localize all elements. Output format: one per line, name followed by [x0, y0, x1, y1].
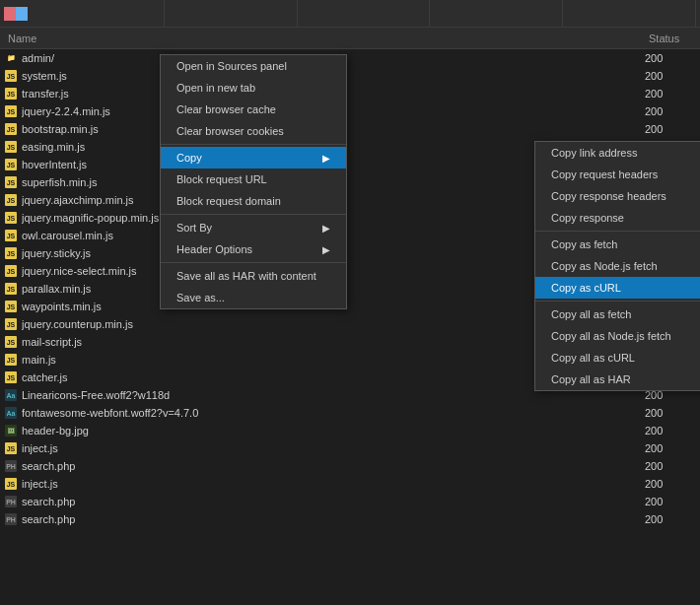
context-menu-wrapper: Open in Sources panelOpen in new tabClea… [160, 54, 347, 309]
js-icon: JS [5, 70, 17, 82]
file-type-icon: JS [4, 122, 18, 136]
menu-item-label: Block request domain [176, 195, 281, 207]
copy-menu-item-copy-as-fetch[interactable]: Copy as fetch [535, 234, 700, 255]
file-type-icon: JS [4, 317, 18, 331]
table-row[interactable]: 📁 admin/ 200 [0, 49, 700, 67]
menu-item-open-in-sources-panel[interactable]: Open in Sources panel [161, 55, 346, 77]
table-row[interactable]: PH search.php 200 [0, 457, 700, 475]
table-row[interactable]: JS bootstrap.min.js 200 [0, 120, 700, 138]
timeline-segment-2 [165, 0, 298, 28]
file-name: search.php [22, 496, 637, 507]
menu-item-save-all-as-har-with-content[interactable]: Save all as HAR with content [161, 265, 346, 287]
menu-item-sort-by[interactable]: Sort By▶ [161, 217, 346, 238]
copy-menu-item-copy-all-as-har[interactable]: Copy all as HAR [535, 369, 700, 390]
font-icon: Aa [5, 389, 17, 401]
table-row[interactable]: 🖼 header-bg.jpg 200 [0, 422, 700, 439]
js-icon: JS [5, 354, 17, 366]
js-icon: JS [5, 336, 17, 348]
copy-menu-item-copy-request-headers[interactable]: Copy request headers [535, 164, 700, 185]
file-status: 200 [637, 478, 696, 490]
menu-item-block-request-domain[interactable]: Block request domain [161, 190, 346, 212]
menu-item-label: Open in Sources panel [176, 60, 287, 72]
js-icon: JS [5, 159, 17, 170]
js-icon: JS [5, 141, 17, 153]
menu-item-save-as...[interactable]: Save as... [161, 287, 346, 308]
table-row[interactable]: JS system.js 200 [0, 67, 700, 85]
copy-menu-item-copy-all-as-curl[interactable]: Copy all as cURL [535, 347, 700, 369]
file-type-icon: JS [4, 87, 18, 101]
file-type-icon: Aa [4, 406, 18, 420]
js-icon: JS [5, 265, 17, 277]
menu-item-open-in-new-tab[interactable]: Open in new tab [161, 77, 346, 99]
menu-item-label: Copy [176, 152, 202, 164]
timeline-segment-4 [430, 0, 563, 28]
file-type-icon: JS [4, 246, 18, 260]
file-status: 200 [637, 442, 696, 454]
table-row[interactable]: JS inject.js 200 [0, 475, 700, 493]
copy-menu-item-label: Copy all as HAR [551, 373, 631, 385]
menu-item-label: Save all as HAR with content [176, 270, 316, 282]
copy-menu-item-copy-all-as-node.js-fetch[interactable]: Copy all as Node.js fetch [535, 325, 700, 347]
header-name: Name [0, 33, 641, 44]
file-type-icon: PH [4, 512, 18, 526]
file-status: 200 [637, 460, 696, 472]
file-type-icon: Aa [4, 388, 18, 402]
copy-submenu-separator [535, 231, 700, 232]
file-type-icon: JS [4, 353, 18, 367]
js-icon: JS [5, 88, 17, 100]
menu-item-header-options[interactable]: Header Options▶ [161, 238, 346, 260]
table-row[interactable]: JS transfer.js 200 [0, 85, 700, 102]
file-type-icon: JS [4, 104, 18, 118]
copy-menu-item-copy-link-address[interactable]: Copy link address [535, 142, 700, 164]
js-icon: JS [5, 194, 17, 206]
copy-menu-item-copy-all-as-fetch[interactable]: Copy all as fetch [535, 303, 700, 325]
copy-menu-item-copy-as-node.js-fetch[interactable]: Copy as Node.js fetch [535, 255, 700, 277]
menu-item-block-request-url[interactable]: Block request URL [161, 168, 346, 190]
copy-menu-item-copy-as-curl[interactable]: Copy as cURL [535, 277, 700, 299]
header-status: Status [641, 33, 700, 44]
table-row[interactable]: JS inject.js 200 [0, 439, 700, 457]
timeline-segment-5 [563, 0, 696, 28]
menu-item-label: Clear browser cache [176, 103, 276, 115]
table-row[interactable]: PH search.php 200 [0, 493, 700, 510]
file-type-icon: JS [4, 211, 18, 225]
file-name: search.php [22, 460, 637, 472]
table-row[interactable]: Aa fontawesome-webfont.woff2?v=4.7.0 200 [0, 404, 700, 422]
js-icon: JS [5, 176, 17, 188]
file-status: 200 [637, 52, 696, 64]
copy-menu-item-label: Copy link address [551, 147, 637, 159]
copy-menu-item-label: Copy response [551, 212, 624, 224]
js-icon: JS [5, 442, 17, 454]
file-status: 200 [637, 105, 696, 117]
menu-item-label: Clear browser cookies [176, 125, 284, 137]
file-status: 200 [637, 123, 696, 135]
copy-menu-item-label: Copy as Node.js fetch [551, 260, 658, 272]
js-icon: JS [5, 301, 17, 312]
copy-menu-item-label: Copy as cURL [551, 282, 621, 294]
copy-menu-item-copy-response-headers[interactable]: Copy response headers [535, 185, 700, 207]
table-row[interactable]: JS jquery-2.2.4.min.js 200 [0, 102, 700, 120]
copy-submenu[interactable]: Copy link addressCopy request headersCop… [534, 141, 700, 391]
file-type-icon: JS [4, 264, 18, 278]
js-icon: JS [5, 123, 17, 135]
php-icon: PH [5, 496, 17, 507]
menu-item-clear-browser-cookies[interactable]: Clear browser cookies [161, 120, 346, 142]
file-type-icon: JS [4, 477, 18, 491]
file-type-icon: PH [4, 495, 18, 508]
file-type-icon: JS [4, 175, 18, 189]
menu-item-clear-browser-cache[interactable]: Clear browser cache [161, 99, 346, 120]
menu-item-label: Save as... [176, 292, 225, 303]
timeline-segment-3 [298, 0, 431, 28]
file-type-icon: 📁 [4, 51, 18, 65]
primary-context-menu[interactable]: Open in Sources panelOpen in new tabClea… [160, 54, 347, 309]
copy-menu-item-copy-response[interactable]: Copy response [535, 207, 700, 229]
table-row[interactable]: PH search.php 200 [0, 510, 700, 528]
timeline-marker [4, 7, 28, 21]
copy-menu-item-label: Copy response headers [551, 190, 666, 202]
file-name: fontawesome-webfont.woff2?v=4.7.0 [22, 407, 637, 419]
file-name: search.php [22, 513, 637, 525]
file-type-icon: JS [4, 69, 18, 83]
folder-icon: 📁 [5, 52, 17, 64]
menu-item-copy[interactable]: Copy▶ [161, 147, 346, 168]
file-type-icon: PH [4, 459, 18, 473]
